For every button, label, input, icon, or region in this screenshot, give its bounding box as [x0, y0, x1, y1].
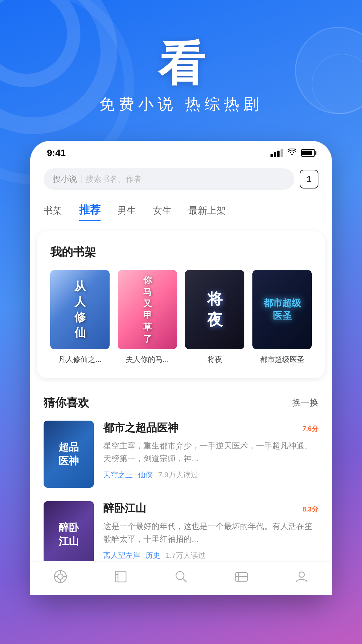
rec-book-header-1: 都市之超品医神 7.6分: [103, 421, 318, 435]
rec-book-title-2: 醉卧江山: [103, 501, 146, 516]
rec-desc-2: 这是一个最好的年代，这也是一个最坏的年代。有人活在笙歌醉太平，十里红袖招的...: [103, 520, 318, 546]
rec-score-2: 8.3分: [302, 503, 318, 514]
rec-readers-1: 7.9万人读过: [158, 470, 198, 480]
tab-female[interactable]: 女生: [153, 202, 172, 220]
nav-item-profile[interactable]: [293, 568, 310, 585]
rec-book-title-1: 都市之超品医神: [103, 421, 178, 435]
rec-cover-1: [44, 421, 94, 488]
rec-refresh-button[interactable]: 换一换: [292, 397, 318, 409]
book-item-3[interactable]: 将夜: [185, 270, 244, 365]
rec-info-2: 醉卧江山 8.3分 这是一个最好的年代，这也是一个最坏的年代。有人活在笙歌醉太平…: [103, 501, 318, 560]
rec-tags-1: 天穹之上 仙侠 7.9万人读过: [103, 470, 318, 480]
book-name-4: 都市超级医圣: [260, 355, 304, 365]
signal-bar-1: [270, 154, 273, 157]
search-input-wrapper[interactable]: 搜小说 搜索书名、作者: [44, 168, 294, 190]
book-grid: 凡人修仙之... 夫人你的马... 将夜 都市超级医圣: [50, 270, 312, 365]
rec-tags-2: 离人望左岸 历史 1.7万人读过: [103, 550, 318, 560]
search-nav-icon: [173, 568, 189, 585]
status-icons: [270, 149, 315, 157]
rec-book-header-2: 醉卧江山 8.3分: [103, 501, 318, 516]
tab-bookshelf[interactable]: 书架: [44, 202, 62, 220]
rec-cover-2: [44, 501, 94, 568]
search-bar: 搜小说 搜索书名、作者 1: [44, 168, 318, 190]
hero-section: 看 免费小说 热综热剧: [0, 0, 362, 115]
home-icon: [52, 568, 69, 585]
library-icon: [233, 568, 250, 585]
rec-item-2[interactable]: 醉卧江山 8.3分 这是一个最好的年代，这也是一个最坏的年代。有人活在笙歌醉太平…: [44, 501, 318, 568]
book-item-2[interactable]: 夫人你的马...: [118, 270, 177, 365]
search-input[interactable]: 搜索书名、作者: [85, 174, 142, 184]
status-time: 9:41: [47, 148, 66, 158]
svg-rect-6: [115, 571, 126, 582]
nav-item-home[interactable]: [52, 568, 69, 585]
rec-desc-1: 星空主宰，重生都市弃少，一手逆天医术，一手超凡神通。天榜第一，剑道宗师，神...: [103, 439, 318, 465]
profile-icon: [293, 568, 310, 585]
nav-item-books[interactable]: [112, 568, 129, 585]
svg-point-1: [58, 574, 63, 579]
notification-badge[interactable]: 1: [300, 170, 318, 189]
book-cover-4: [252, 270, 312, 349]
tab-nav: 书架 推荐 男生 女生 最新上架: [30, 197, 332, 228]
search-label: 搜小说: [53, 174, 77, 184]
rec-tag-1-1: 仙侠: [138, 470, 153, 480]
bookshelf-title: 我的书架: [50, 245, 312, 260]
battery-fill: [302, 151, 312, 155]
rec-title: 猜你喜欢: [44, 395, 89, 411]
app-subtitle: 免费小说 热综热剧: [0, 94, 362, 115]
search-divider: [81, 175, 81, 183]
signal-bar-2: [274, 152, 276, 157]
status-bar: 9:41: [30, 141, 332, 162]
book-cover-3: [185, 270, 244, 349]
rec-tag-1-0: 天穹之上: [103, 470, 133, 480]
rec-item-1[interactable]: 都市之超品医神 7.6分 星空主宰，重生都市弃少，一手逆天医术，一手超凡神通。天…: [44, 421, 318, 488]
bookshelf-card: 我的书架 凡人修仙之... 夫人你的马... 将夜 都市超级医圣: [37, 231, 325, 378]
book-cover-1: [50, 270, 110, 349]
bottom-nav: [30, 561, 332, 595]
rec-header: 猜你喜欢 换一换: [44, 395, 318, 411]
tab-male[interactable]: 男生: [117, 202, 136, 220]
book-item-4[interactable]: 都市超级医圣: [252, 270, 312, 365]
tab-recommend[interactable]: 推荐: [79, 200, 101, 221]
nav-item-search[interactable]: [173, 568, 189, 585]
book-cover-2: [118, 270, 177, 349]
search-section: 搜小说 搜索书名、作者 1: [30, 162, 332, 197]
phone-mockup-wrapper: 9:41: [30, 141, 332, 595]
book-name-1: 凡人修仙之...: [58, 355, 101, 365]
wifi-icon: [288, 149, 296, 157]
book-item-1[interactable]: 凡人修仙之...: [50, 270, 110, 365]
rec-score-1: 7.6分: [302, 423, 318, 433]
signal-bars-icon: [270, 149, 283, 157]
book-name-2: 夫人你的马...: [126, 355, 169, 365]
phone-mockup: 9:41: [30, 141, 332, 595]
rec-tag-2-0: 离人望左岸: [103, 550, 140, 560]
nav-item-library[interactable]: [233, 568, 250, 585]
signal-bar-4: [281, 149, 283, 157]
svg-point-13: [299, 572, 304, 577]
book-name-3: 将夜: [207, 355, 222, 365]
svg-line-11: [183, 579, 186, 582]
rec-info-1: 都市之超品医神 7.6分 星空主宰，重生都市弃少，一手逆天医术，一手超凡神通。天…: [103, 421, 318, 480]
app-title: 看: [0, 40, 362, 87]
signal-bar-3: [277, 151, 280, 157]
book-icon: [112, 568, 129, 585]
tab-new[interactable]: 最新上架: [188, 202, 226, 220]
rec-readers-2: 1.7万人读过: [166, 550, 205, 560]
rec-tag-2-1: 历史: [145, 550, 160, 560]
battery-icon: [301, 149, 315, 157]
